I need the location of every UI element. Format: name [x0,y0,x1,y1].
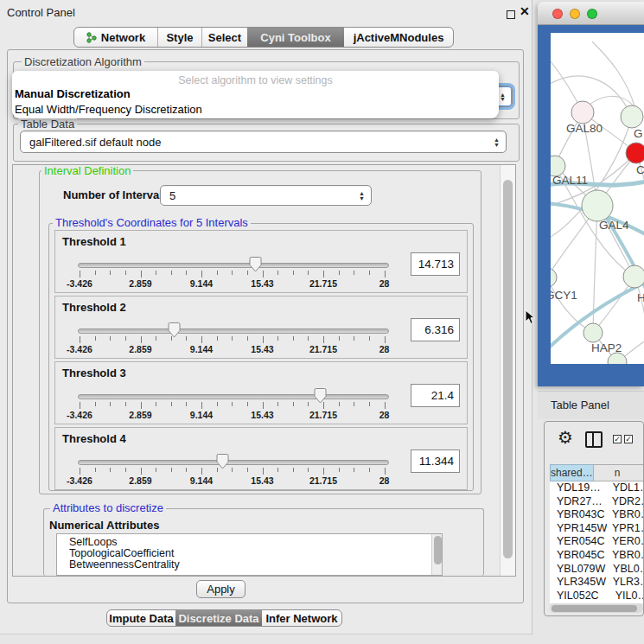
tick-mark [141,336,142,343]
tick-mark [80,271,80,277]
tick-label: -3.426 [67,278,92,289]
settings-scrollbar[interactable] [500,165,516,576]
apply-button[interactable]: Apply [196,580,245,598]
traffic-light-minimize-icon[interactable] [570,9,580,19]
list-scrollbar[interactable] [431,534,443,575]
threshold-label: Threshold 4 [62,432,126,445]
threshold-value-field[interactable]: 21.4 [411,384,460,407]
tick-mark [95,271,96,275]
dropdown-option-equal-width-frequency-discretization[interactable]: Equal Width/Frequency Discretization [12,102,499,118]
tab-discretize-data[interactable]: Discretize Data [175,610,262,626]
slider-handle-shape [248,256,263,273]
tick-mark [141,468,142,475]
tick-mark [217,468,218,472]
network-node-hap2[interactable] [583,323,603,342]
network-node-g[interactable] [621,105,643,128]
tick-mark [186,336,187,341]
threshold-value-field[interactable]: 14.713 [411,252,460,276]
float-window-icon[interactable] [507,10,515,19]
slider-handle[interactable] [248,256,263,273]
threshold-panel: Threshold 1-3.4262.8599.14415.4321.71528… [54,230,468,293]
table-horizontal-scrollbar[interactable] [550,603,643,613]
tab-impute-data[interactable]: Impute Data [107,610,175,626]
slider-track[interactable] [78,394,389,399]
tab-cyni-toolbox[interactable]: Cyni Toolbox [247,28,344,47]
tab-jactivemnodules[interactable]: jActiveMNodules [344,28,453,47]
tick-label: -3.426 [67,475,92,486]
tick-mark [277,336,278,341]
close-icon[interactable]: ✕ [520,4,530,18]
table-row[interactable]: YBR045CYBR0… [550,549,644,563]
tick-mark [323,402,324,409]
network-node-gal4[interactable] [582,190,613,221]
table-data-value: galFiltered.sif default node [29,136,161,149]
slider-track[interactable] [78,328,389,334]
network-node-c[interactable] [626,143,644,163]
tick-mark [354,336,354,341]
checkbox-icon[interactable]: ✓ [613,435,622,443]
tick-mark [201,468,202,475]
network-window-titlebar[interactable] [538,2,644,25]
table-data-combobox[interactable]: galFiltered.sif default node ▲▼ [20,131,507,153]
tab-network[interactable]: Network [74,28,158,47]
network-node-h[interactable] [623,265,644,288]
attributes-group-label: Attributes to discretize [50,502,166,513]
tick-mark [339,402,340,406]
slider-handle-shape [215,453,230,470]
slider-handle[interactable] [313,387,328,405]
scrollbar-thumb[interactable] [503,180,513,558]
column-header-shared-name[interactable]: shared… [550,464,594,481]
tab-select[interactable]: Select [202,28,247,47]
table-row[interactable]: YDL19…YDL1… [550,481,644,495]
table-row[interactable]: YER054CYER0… [550,535,644,549]
list-item[interactable]: BetweennessCentrality [57,559,442,571]
network-node-gal80[interactable] [571,101,594,124]
network-window-frame: GAL80GCGAL11GAL4GCY1HHAP2 [538,25,644,386]
network-node-gcy1[interactable] [551,268,557,287]
checkbox-icon[interactable]: ✓ [624,435,633,443]
tick-mark [80,468,80,475]
tick-label: 15.43 [251,344,273,354]
threshold-label: Threshold 3 [62,367,126,379]
tick-mark [141,271,142,277]
slider-track[interactable] [78,263,389,268]
split-columns-icon[interactable] [585,431,603,448]
network-view-window: GAL80GCGAL11GAL4GCY1HHAP2 [538,2,644,386]
threshold-value-field[interactable]: 11.344 [411,450,460,473]
cell-name: YDL1… [608,481,644,495]
table-row[interactable]: YLR345WYLR3… [550,576,644,590]
tick-mark [217,402,218,406]
scrollbar-thumb[interactable] [552,605,637,612]
tab-label: Cyni Toolbox [260,31,330,44]
threshold-label: Threshold 2 [62,301,126,314]
tick-mark [110,336,111,341]
threshold-value-field[interactable]: 6.316 [411,318,460,341]
tick-mark [95,402,96,406]
table-row[interactable]: YDR27…YDR2… [550,495,644,509]
traffic-light-zoom-icon[interactable] [587,9,597,19]
table-row[interactable]: YBR043CYBR0… [550,508,644,522]
table-row[interactable]: YIL052CYIL0… [550,590,644,603]
slider-handle[interactable] [215,453,230,470]
dropdown-option-manual-discretization[interactable]: Manual Discretization [12,86,499,102]
network-canvas[interactable]: GAL80GCGAL11GAL4GCY1HHAP2 [551,33,644,364]
tab-style[interactable]: Style [158,28,202,47]
numerical-attributes-list[interactable]: SelfLoopsTopologicalCoefficientBetweenne… [56,533,443,576]
slider-track[interactable] [78,460,389,465]
network-edge[interactable] [551,277,593,333]
cell-shared-name: YER054C [550,535,607,549]
slider-handle[interactable] [167,322,182,339]
number-of-intervals-combobox[interactable]: 5 ▲▼ [160,185,372,206]
scrollbar-thumb[interactable] [434,536,442,564]
tick-mark [308,468,309,472]
table-row[interactable]: YBL079WYBL0… [550,563,644,577]
gear-icon[interactable]: ⚙ [558,427,573,448]
tab-infer-network[interactable]: Infer Network [262,610,341,626]
tick-label: 21.715 [309,475,337,486]
cell-name: YDR2… [607,495,644,509]
threshold-label: Threshold 1 [62,235,126,248]
table-row[interactable]: YPR145WYPR1… [550,522,644,536]
tick-mark [156,271,156,275]
traffic-light-close-icon[interactable] [552,9,563,19]
column-header-name[interactable]: n [594,464,644,481]
